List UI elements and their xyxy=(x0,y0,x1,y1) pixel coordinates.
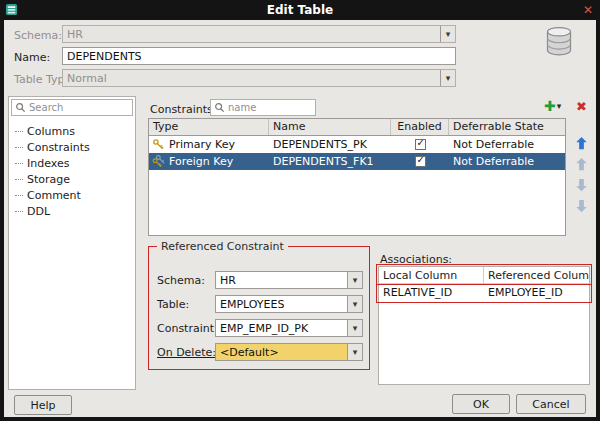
close-icon[interactable]: ✕ xyxy=(583,2,593,18)
navigation-tree: Columns Constraints Indexes Storage Comm… xyxy=(13,123,133,219)
tree-item-label: Constraints xyxy=(27,141,90,154)
move-up-icon[interactable] xyxy=(575,136,588,150)
sidebar-item-columns[interactable]: Columns xyxy=(13,123,133,139)
reorder-buttons xyxy=(573,136,590,213)
chevron-down-icon xyxy=(347,272,362,288)
schema-value: HR xyxy=(63,26,440,42)
ref-table-label: Table: xyxy=(157,298,189,311)
ref-schema-value: HR xyxy=(216,272,347,288)
constraint-name: DEPENDENTS_PK xyxy=(269,138,391,151)
constraint-type: Foreign Key xyxy=(169,155,233,168)
chevron-down-icon: ▾ xyxy=(557,101,562,111)
ref-constraint-select[interactable]: EMP_EMP_ID_PK xyxy=(215,319,363,337)
table-name-input[interactable] xyxy=(62,47,456,65)
tree-item-label: Comment xyxy=(27,189,81,202)
group-title: Referenced Constraint xyxy=(157,240,288,253)
chevron-down-icon xyxy=(440,70,455,86)
dialog-title: Edit Table xyxy=(0,3,600,17)
on-delete-label: On Delete: xyxy=(157,346,216,359)
on-delete-value: <Default> xyxy=(216,344,347,360)
constraints-filter-input[interactable] xyxy=(228,102,312,113)
local-column-value: RELATIVE_ID xyxy=(379,284,484,301)
constraints-filter xyxy=(210,99,316,116)
column-header-enabled[interactable]: Enabled xyxy=(391,119,449,135)
schema-label: Schema: xyxy=(14,29,62,42)
chevron-down-icon xyxy=(347,320,362,336)
delete-constraint-button[interactable]: ✖ xyxy=(576,99,587,115)
associations-label: Associations: xyxy=(380,253,452,266)
cancel-button[interactable]: Cancel xyxy=(516,394,586,414)
constraints-table: Type Name Enabled Deferrable State Prima… xyxy=(148,118,566,236)
schema-select: HR xyxy=(62,25,456,43)
ref-table-select[interactable]: EMPLOYEES xyxy=(215,295,363,313)
on-delete-select[interactable]: <Default> xyxy=(215,343,363,361)
sidebar-search-input[interactable] xyxy=(29,102,129,113)
tree-item-label: DDL xyxy=(27,205,50,218)
referenced-column-value: EMPLOYEE_ID xyxy=(484,284,589,301)
navigation-panel: Columns Constraints Indexes Storage Comm… xyxy=(8,96,136,390)
sidebar-item-indexes[interactable]: Indexes xyxy=(13,155,133,171)
column-header-local-column: Local Column xyxy=(379,267,484,283)
column-header-deferrable[interactable]: Deferrable State xyxy=(449,119,565,135)
tree-item-label: Storage xyxy=(27,173,70,186)
add-constraint-button[interactable]: ✚ ▾ xyxy=(544,98,561,114)
app-icon xyxy=(5,3,18,16)
sidebar-search xyxy=(11,99,133,116)
delete-icon: ✖ xyxy=(576,99,587,114)
referenced-constraint-group: Referenced Constraint Schema: HR Table: … xyxy=(148,246,370,370)
table-type-select: Normal xyxy=(62,69,456,87)
column-header-name[interactable]: Name xyxy=(269,119,391,135)
ref-schema-select[interactable]: HR xyxy=(215,271,363,289)
help-button[interactable]: Help xyxy=(14,395,72,415)
move-to-bottom-disabled-icon xyxy=(575,199,588,213)
move-up-disabled-icon xyxy=(575,157,588,171)
plus-icon: ✚ xyxy=(544,98,556,114)
title-bar: Edit Table ✕ xyxy=(0,0,600,20)
dialog-content: Schema: HR Name: Table Type: Normal xyxy=(4,20,596,417)
chevron-down-icon xyxy=(440,26,455,42)
sidebar-item-comment[interactable]: Comment xyxy=(13,187,133,203)
enabled-checkbox[interactable] xyxy=(415,139,426,150)
constraint-row-primary-key[interactable]: Primary Key DEPENDENTS_PK Not Deferrable xyxy=(149,136,565,153)
search-icon xyxy=(214,102,225,113)
chevron-down-icon xyxy=(347,344,362,360)
edit-table-window: Edit Table ✕ Schema: HR Name: Table Type… xyxy=(0,0,600,421)
constraint-row-foreign-key[interactable]: Foreign Key DEPENDENTS_FK1 Not Deferrabl… xyxy=(149,153,565,170)
ref-table-value: EMPLOYEES xyxy=(216,296,347,312)
move-down-disabled-icon xyxy=(575,178,588,192)
name-label: Name: xyxy=(14,51,50,64)
tree-item-label: Indexes xyxy=(27,157,69,170)
column-header-type[interactable]: Type xyxy=(149,119,269,135)
associations-table: Local Column Referenced Column RELATIVE_… xyxy=(378,266,590,385)
ref-constraint-label: Constraint: xyxy=(157,322,218,335)
column-header-referenced-column: Referenced Column xyxy=(484,267,589,283)
chevron-down-icon xyxy=(347,296,362,312)
associations-header: Local Column Referenced Column xyxy=(379,267,589,284)
database-icon xyxy=(544,24,574,58)
search-icon xyxy=(15,102,26,113)
constraints-section-label: Constraints: xyxy=(150,103,216,116)
constraint-name: DEPENDENTS_FK1 xyxy=(269,155,391,168)
enabled-checkbox[interactable] xyxy=(415,156,426,167)
constraint-type: Primary Key xyxy=(169,138,235,151)
foreign-key-icon xyxy=(152,155,165,168)
ref-constraint-value: EMP_EMP_ID_PK xyxy=(216,320,347,336)
deferrable-state: Not Deferrable xyxy=(449,155,565,168)
constraints-table-header: Type Name Enabled Deferrable State xyxy=(149,119,565,136)
sidebar-item-ddl[interactable]: DDL xyxy=(13,203,133,219)
table-type-value: Normal xyxy=(63,70,440,86)
deferrable-state: Not Deferrable xyxy=(449,138,565,151)
ref-schema-label: Schema: xyxy=(157,274,205,287)
sidebar-item-storage[interactable]: Storage xyxy=(13,171,133,187)
sidebar-item-constraints[interactable]: Constraints xyxy=(13,139,133,155)
tree-item-label: Columns xyxy=(27,125,75,138)
primary-key-icon xyxy=(152,138,165,151)
association-row[interactable]: RELATIVE_ID EMPLOYEE_ID xyxy=(379,284,589,301)
ok-button[interactable]: OK xyxy=(452,394,510,414)
